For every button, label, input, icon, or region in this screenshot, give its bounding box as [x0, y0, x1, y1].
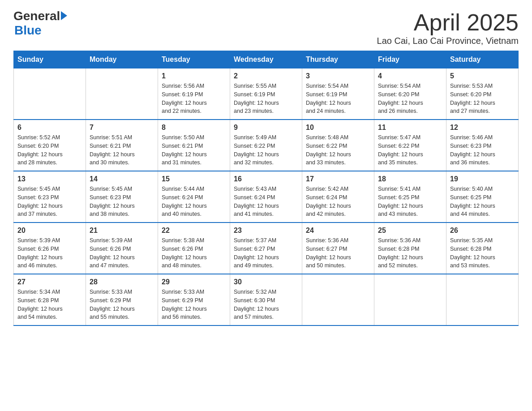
calendar-cell: 30Sunrise: 5:32 AMSunset: 6:30 PMDayligh… [230, 274, 302, 325]
day-number: 16 [234, 175, 298, 183]
col-wednesday: Wednesday [230, 51, 302, 68]
calendar-cell [86, 68, 158, 120]
col-monday: Monday [86, 51, 158, 68]
calendar-cell: 29Sunrise: 5:33 AMSunset: 6:29 PMDayligh… [158, 274, 230, 325]
calendar-cell: 8Sunrise: 5:50 AMSunset: 6:21 PMDaylight… [158, 120, 230, 171]
calendar-cell: 11Sunrise: 5:47 AMSunset: 6:22 PMDayligh… [374, 120, 446, 171]
calendar-cell [302, 274, 374, 325]
day-number: 13 [17, 175, 82, 183]
day-number: 29 [162, 278, 226, 286]
day-number: 1 [162, 72, 226, 80]
day-number: 27 [17, 278, 82, 286]
calendar-cell: 16Sunrise: 5:43 AMSunset: 6:24 PMDayligh… [230, 171, 302, 223]
day-info: Sunrise: 5:40 AMSunset: 6:25 PMDaylight:… [450, 185, 515, 218]
logo-general: General [13, 9, 60, 23]
day-number: 19 [450, 175, 515, 183]
day-info: Sunrise: 5:44 AMSunset: 6:24 PMDaylight:… [162, 185, 226, 218]
day-info: Sunrise: 5:56 AMSunset: 6:19 PMDaylight:… [162, 82, 226, 116]
calendar-title: April 2025 [377, 9, 519, 36]
calendar-cell: 7Sunrise: 5:51 AMSunset: 6:21 PMDaylight… [86, 120, 158, 171]
calendar-cell: 24Sunrise: 5:36 AMSunset: 6:27 PMDayligh… [302, 223, 374, 274]
day-number: 7 [90, 124, 154, 132]
day-number: 15 [162, 175, 226, 183]
day-number: 12 [450, 124, 515, 132]
day-number: 22 [162, 227, 226, 235]
calendar-cell: 10Sunrise: 5:48 AMSunset: 6:22 PMDayligh… [302, 120, 374, 171]
calendar-week-5: 27Sunrise: 5:34 AMSunset: 6:28 PMDayligh… [14, 274, 519, 325]
calendar-cell: 1Sunrise: 5:56 AMSunset: 6:19 PMDaylight… [158, 68, 230, 120]
day-info: Sunrise: 5:51 AMSunset: 6:21 PMDaylight:… [90, 133, 154, 167]
day-number: 25 [378, 227, 442, 235]
calendar-cell: 5Sunrise: 5:53 AMSunset: 6:20 PMDaylight… [446, 68, 519, 120]
day-info: Sunrise: 5:36 AMSunset: 6:27 PMDaylight:… [306, 236, 370, 270]
calendar-cell: 9Sunrise: 5:49 AMSunset: 6:22 PMDaylight… [230, 120, 302, 171]
logo: General Blue [13, 9, 67, 38]
col-sunday: Sunday [14, 51, 86, 68]
day-number: 14 [90, 175, 154, 183]
day-info: Sunrise: 5:46 AMSunset: 6:23 PMDaylight:… [450, 133, 515, 167]
day-info: Sunrise: 5:54 AMSunset: 6:19 PMDaylight:… [306, 82, 370, 116]
day-info: Sunrise: 5:33 AMSunset: 6:29 PMDaylight:… [90, 288, 154, 321]
calendar-cell: 14Sunrise: 5:45 AMSunset: 6:23 PMDayligh… [86, 171, 158, 223]
day-number: 8 [162, 124, 226, 132]
calendar-cell: 27Sunrise: 5:34 AMSunset: 6:28 PMDayligh… [14, 274, 86, 325]
day-number: 11 [378, 124, 442, 132]
day-number: 23 [234, 227, 298, 235]
calendar-cell: 4Sunrise: 5:54 AMSunset: 6:20 PMDaylight… [374, 68, 446, 120]
calendar-header-row: Sunday Monday Tuesday Wednesday Thursday… [14, 51, 519, 68]
day-info: Sunrise: 5:37 AMSunset: 6:27 PMDaylight:… [234, 236, 298, 270]
day-info: Sunrise: 5:47 AMSunset: 6:22 PMDaylight:… [378, 133, 442, 167]
calendar-week-3: 13Sunrise: 5:45 AMSunset: 6:23 PMDayligh… [14, 171, 519, 223]
day-number: 10 [306, 124, 370, 132]
calendar-week-4: 20Sunrise: 5:39 AMSunset: 6:26 PMDayligh… [14, 223, 519, 274]
day-info: Sunrise: 5:43 AMSunset: 6:24 PMDaylight:… [234, 185, 298, 218]
logo-arrow-icon [61, 11, 67, 20]
title-block: April 2025 Lao Cai, Lao Cai Province, Vi… [377, 9, 519, 46]
col-thursday: Thursday [302, 51, 374, 68]
day-info: Sunrise: 5:54 AMSunset: 6:20 PMDaylight:… [378, 82, 442, 116]
day-info: Sunrise: 5:55 AMSunset: 6:19 PMDaylight:… [234, 82, 298, 116]
day-number: 28 [90, 278, 154, 286]
day-number: 24 [306, 227, 370, 235]
day-info: Sunrise: 5:45 AMSunset: 6:23 PMDaylight:… [90, 185, 154, 218]
day-info: Sunrise: 5:41 AMSunset: 6:25 PMDaylight:… [378, 185, 442, 218]
day-number: 30 [234, 278, 298, 286]
day-info: Sunrise: 5:35 AMSunset: 6:28 PMDaylight:… [450, 236, 515, 270]
day-info: Sunrise: 5:39 AMSunset: 6:26 PMDaylight:… [90, 236, 154, 270]
logo-blue: Blue [14, 23, 42, 38]
calendar-table: Sunday Monday Tuesday Wednesday Thursday… [13, 51, 519, 326]
calendar-cell: 25Sunrise: 5:36 AMSunset: 6:28 PMDayligh… [374, 223, 446, 274]
day-info: Sunrise: 5:39 AMSunset: 6:26 PMDaylight:… [17, 236, 82, 270]
day-info: Sunrise: 5:48 AMSunset: 6:22 PMDaylight:… [306, 133, 370, 167]
calendar-cell: 3Sunrise: 5:54 AMSunset: 6:19 PMDaylight… [302, 68, 374, 120]
calendar-cell: 6Sunrise: 5:52 AMSunset: 6:20 PMDaylight… [14, 120, 86, 171]
col-friday: Friday [374, 51, 446, 68]
calendar-cell: 26Sunrise: 5:35 AMSunset: 6:28 PMDayligh… [446, 223, 519, 274]
calendar-cell: 17Sunrise: 5:42 AMSunset: 6:24 PMDayligh… [302, 171, 374, 223]
calendar-cell [374, 274, 446, 325]
day-number: 18 [378, 175, 442, 183]
day-info: Sunrise: 5:33 AMSunset: 6:29 PMDaylight:… [162, 288, 226, 321]
day-info: Sunrise: 5:49 AMSunset: 6:22 PMDaylight:… [234, 133, 298, 167]
day-number: 4 [378, 72, 442, 80]
calendar-cell [446, 274, 519, 325]
page-header: General Blue April 2025 Lao Cai, Lao Cai… [13, 9, 519, 46]
calendar-cell: 22Sunrise: 5:38 AMSunset: 6:26 PMDayligh… [158, 223, 230, 274]
calendar-cell: 19Sunrise: 5:40 AMSunset: 6:25 PMDayligh… [446, 171, 519, 223]
col-tuesday: Tuesday [158, 51, 230, 68]
day-number: 20 [17, 227, 82, 235]
day-number: 5 [450, 72, 515, 80]
day-info: Sunrise: 5:45 AMSunset: 6:23 PMDaylight:… [17, 185, 82, 218]
day-number: 21 [90, 227, 154, 235]
calendar-cell: 15Sunrise: 5:44 AMSunset: 6:24 PMDayligh… [158, 171, 230, 223]
day-info: Sunrise: 5:50 AMSunset: 6:21 PMDaylight:… [162, 133, 226, 167]
day-info: Sunrise: 5:32 AMSunset: 6:30 PMDaylight:… [234, 288, 298, 321]
calendar-cell [14, 68, 86, 120]
day-info: Sunrise: 5:52 AMSunset: 6:20 PMDaylight:… [17, 133, 82, 167]
day-info: Sunrise: 5:38 AMSunset: 6:26 PMDaylight:… [162, 236, 226, 270]
calendar-cell: 13Sunrise: 5:45 AMSunset: 6:23 PMDayligh… [14, 171, 86, 223]
calendar-subtitle: Lao Cai, Lao Cai Province, Vietnam [377, 36, 519, 46]
calendar-cell: 23Sunrise: 5:37 AMSunset: 6:27 PMDayligh… [230, 223, 302, 274]
day-number: 9 [234, 124, 298, 132]
day-info: Sunrise: 5:36 AMSunset: 6:28 PMDaylight:… [378, 236, 442, 270]
